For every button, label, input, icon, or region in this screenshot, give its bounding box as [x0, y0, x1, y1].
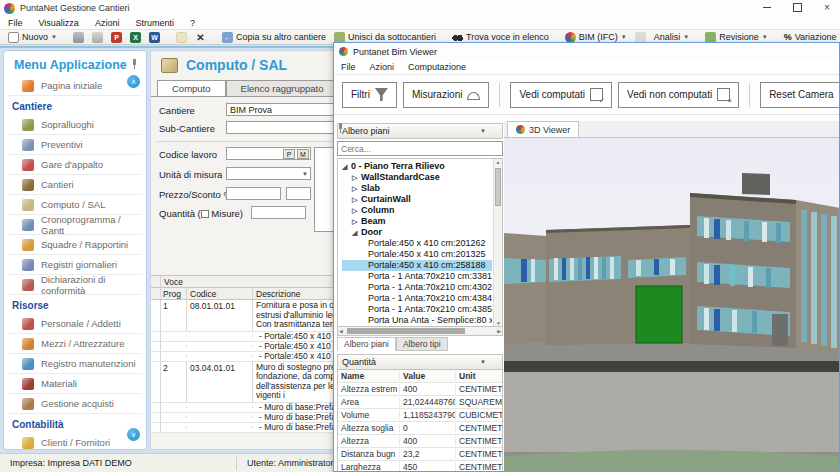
collapsed-icon[interactable]: ▷: [352, 194, 361, 205]
sidebar-item-pagina-iniziale[interactable]: Pagina iniziale: [8, 76, 142, 96]
search-input[interactable]: [337, 141, 503, 156]
quantity-row[interactable]: Altezza soglia0CENTIMETRE: [338, 422, 502, 435]
quantity-row[interactable]: Area21,02444876056SQUAREMETRE: [338, 396, 502, 409]
unita-misura-combo[interactable]: ▼: [226, 167, 311, 180]
sidebar-item-manutenzioni[interactable]: Registro manutenzioni: [8, 354, 142, 374]
dialog-menu-file[interactable]: File: [334, 62, 363, 72]
albero-piani-header[interactable]: Albero piani ▼: [337, 123, 503, 139]
sidebar-item-materiali[interactable]: Materiali: [8, 374, 142, 394]
vedi-non-computati-button[interactable]: Vedi non computati: [618, 82, 739, 108]
expanded-icon[interactable]: ◢: [342, 161, 351, 172]
col-unit[interactable]: Unit: [456, 371, 502, 381]
dialog-menu-azioni[interactable]: Azioni: [363, 62, 402, 72]
collapsed-icon[interactable]: ▷: [352, 172, 361, 183]
tab-albero-piani[interactable]: Albero piani: [337, 337, 396, 351]
3d-scene[interactable]: [504, 138, 840, 472]
prezzo-input[interactable]: [226, 187, 281, 200]
p-button[interactable]: P: [283, 149, 295, 159]
col-prog[interactable]: Prog: [161, 288, 187, 300]
filtri-button[interactable]: Filtri: [342, 82, 397, 108]
sidebar-item-acquisti[interactable]: Gestione acquisti: [8, 394, 142, 414]
quantita-header[interactable]: Quantità ▼: [337, 354, 503, 370]
menu-azioni[interactable]: Azioni: [87, 18, 128, 28]
tree-leaf[interactable]: Portale:450 x 410 cm:201325: [342, 249, 492, 260]
export-word-button[interactable]: W: [145, 30, 164, 44]
nuovo-button[interactable]: Nuovo ▼: [4, 30, 61, 44]
tree-leaf[interactable]: Porta Una Anta - Semplice:80 x 210: [342, 315, 492, 326]
dialog-menu-computazione[interactable]: Computazione: [401, 62, 473, 72]
quantity-row[interactable]: Distanza bugn23,2CENTIMETRE: [338, 448, 502, 461]
menu-help[interactable]: ?: [182, 18, 203, 28]
tree-branch-column[interactable]: ▷Column: [342, 205, 492, 216]
scroll-up-button[interactable]: ∧: [127, 75, 140, 88]
tree-leaf[interactable]: Porta - 1 Anta:70x210 cm:430267: [342, 282, 492, 293]
scrollbar-thumb[interactable]: [347, 328, 465, 334]
vedi-computati-button[interactable]: Vedi computati: [510, 82, 612, 108]
sidebar-item-clienti[interactable]: Clienti / Fornitori: [8, 433, 142, 450]
tree-vertical-scrollbar[interactable]: ▲▼: [493, 159, 502, 326]
tree-leaf[interactable]: Portale:450 x 410 cm:201262: [342, 238, 492, 249]
sidebar-item-cronoprogramma[interactable]: Cronoprogramma / Gantt: [8, 215, 142, 235]
tree-horizontal-scrollbar[interactable]: ◀▶: [337, 327, 503, 336]
quantity-row[interactable]: Altezza estrem400CENTIMETRE: [338, 383, 502, 396]
col-name[interactable]: Name: [338, 371, 400, 381]
tree-leaf[interactable]: Porta - 1 Anta:70x210 cm:438522: [342, 304, 492, 315]
export-pdf-button[interactable]: P: [107, 30, 126, 44]
tree-branch-curtainwall[interactable]: ▷CurtainWall: [342, 194, 492, 205]
tree-leaf[interactable]: Porta - 1 Anta:70x210 cm:338122: [342, 271, 492, 282]
sidebar-item-cantieri[interactable]: Cantieri: [8, 175, 142, 195]
copia-cantiere-button[interactable]: ← Copia su altro cantiere: [218, 30, 330, 44]
tree-branch-door[interactable]: ◢Door: [342, 227, 492, 238]
scrollbar-thumb[interactable]: [495, 168, 501, 206]
col-value[interactable]: Value: [400, 371, 456, 381]
tree-leaf[interactable]: Porta - 1 Anta:70x210 cm:438459: [342, 293, 492, 304]
codice-lavoro-input[interactable]: P M: [226, 147, 311, 160]
pin-icon[interactable]: [491, 357, 498, 367]
quantity-row[interactable]: Larghezza450CENTIMETRE: [338, 461, 502, 472]
minimize-icon[interactable]: [760, 1, 774, 14]
sidebar-item-gare-appalto[interactable]: Gare d'appalto: [8, 155, 142, 175]
reset-camera-button[interactable]: Reset Camera: [760, 82, 840, 108]
tree-root[interactable]: ◢0 - Piano Terra Rilievo: [342, 161, 492, 172]
sidebar-item-computo-sal[interactable]: Computo / SAL: [8, 195, 142, 215]
export-excel-button[interactable]: X: [126, 30, 145, 44]
menu-file[interactable]: File: [0, 18, 31, 28]
misurazioni-button[interactable]: Misurazioni: [403, 82, 490, 108]
col-codice[interactable]: Codice: [187, 288, 253, 300]
pin-icon[interactable]: [491, 126, 498, 136]
sidebar-item-sopralluoghi[interactable]: Sopralluoghi: [8, 115, 142, 135]
sidebar-item-mezzi[interactable]: Mezzi / Attrezzature: [8, 334, 142, 354]
collapsed-icon[interactable]: ▷: [352, 183, 361, 194]
open-button[interactable]: [172, 30, 191, 44]
quantita-input[interactable]: [251, 206, 306, 219]
tree-branch-wallstandardcase[interactable]: ▷WallStandardCase: [342, 172, 492, 183]
tab-albero-tipi[interactable]: Albero tipi: [396, 337, 448, 351]
scroll-down-button[interactable]: ∨: [127, 428, 140, 441]
collapsed-icon[interactable]: ▷: [352, 205, 361, 216]
tab-3d-viewer[interactable]: 3D Viewer: [507, 121, 579, 137]
sidebar-item-registri[interactable]: Registri giornalieri: [8, 255, 142, 275]
print-preview-button[interactable]: [88, 30, 107, 44]
close-icon[interactable]: ×: [820, 1, 834, 14]
sconto-input[interactable]: [286, 187, 311, 200]
pin-icon[interactable]: [131, 59, 138, 69]
tab-computo[interactable]: Computo: [157, 80, 226, 96]
menu-visualizza[interactable]: Visualizza: [31, 18, 87, 28]
m-button[interactable]: M: [297, 149, 309, 159]
collapsed-icon[interactable]: ▷: [352, 216, 361, 227]
quantity-row[interactable]: Altezza400CENTIMETRE: [338, 435, 502, 448]
sidebar-item-personale[interactable]: Personale / Addetti: [8, 314, 142, 334]
maximize-icon[interactable]: [790, 1, 804, 14]
tree-branch-slab[interactable]: ▷Slab: [342, 183, 492, 194]
menu-strumenti[interactable]: Strumenti: [127, 18, 182, 28]
expanded-icon[interactable]: ◢: [352, 227, 361, 238]
quantity-row[interactable]: Volume1,11852437901CUBICMETRE: [338, 409, 502, 422]
print-button[interactable]: [69, 30, 88, 44]
tab-elenco-raggruppato[interactable]: Elenco raggruppato: [226, 80, 339, 96]
misure-checkbox[interactable]: [201, 210, 209, 218]
tree-leaf-selected[interactable]: Portale:450 x 410 cm:258188: [342, 260, 492, 271]
sidebar-item-squadre[interactable]: Squadre / Rapportini: [8, 235, 142, 255]
tree-branch-beam[interactable]: ▷Beam: [342, 216, 492, 227]
delete-button[interactable]: ✕: [191, 30, 210, 44]
sidebar-item-dichiarazioni[interactable]: Dichiarazioni di conformità: [8, 275, 142, 295]
